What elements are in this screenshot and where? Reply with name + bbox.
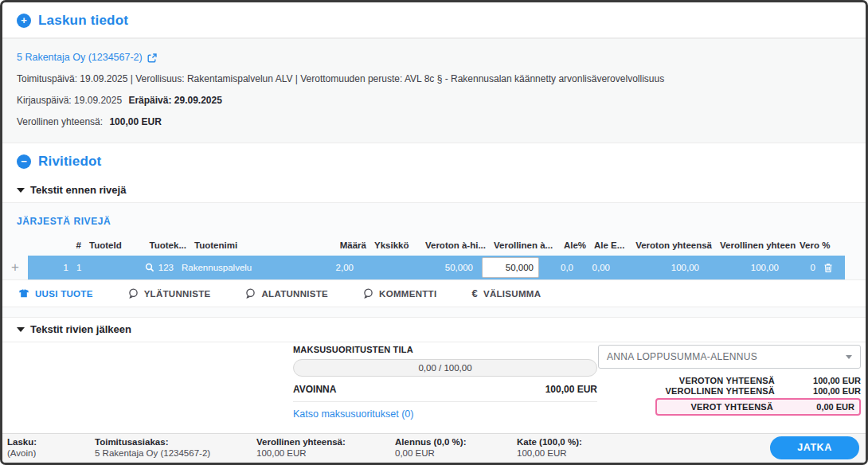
col-header-quantity: Määrä	[316, 240, 370, 250]
total-label: VEROT YHTEENSÄ	[691, 402, 773, 412]
row-quantity: 2,00	[303, 263, 358, 272]
footer-item-margin: Kate (100,0 %): 100,00 EUR	[517, 436, 636, 459]
invoice-info-panel: 5 Rakentaja Oy (1234567-2) Toimituspäivä…	[2, 38, 866, 143]
table-section-footer-strip	[2, 307, 866, 318]
footer-value: 0,00 EUR	[395, 447, 517, 459]
comment-label: KOMMENTTI	[379, 289, 436, 299]
footer-item-gross-total: Verollinen yhteensä: 100,00 EUR	[256, 436, 395, 459]
row-net-total: 100,00	[614, 263, 703, 272]
col-header-net-total: Veroton yhteensä	[627, 240, 716, 250]
col-header-unit: Yksikkö	[370, 240, 412, 250]
speech-bubble-icon	[363, 288, 373, 299]
texts-before-rows-toggle[interactable]: Tekstit ennen rivejä	[2, 178, 866, 202]
payment-progress-text: 0,00 / 100,00	[418, 363, 471, 373]
footer-label: Lasku:	[7, 436, 95, 447]
footer-value: 100,00 EUR	[517, 447, 636, 459]
final-discount-value: ANNA LOPPUSUMMA-ALENNUS	[607, 351, 757, 362]
collapse-minus-icon[interactable]	[17, 154, 31, 169]
col-header-discount-eur: Ale E...	[590, 240, 627, 250]
col-header-net-unit-price: Veroton à-hi...	[412, 240, 490, 250]
footer-item-discount: Alennus (0,0 %): 0,00 EUR	[395, 436, 517, 459]
row-gross-total: 100,00	[703, 263, 783, 272]
table-header-row: # TuoteId Tuotek... Tuotenimi Määrä Yksi…	[2, 236, 866, 256]
view-payments-link[interactable]: Katso maksusuoritukset (0)	[293, 408, 413, 420]
col-header-product-id: TuoteId	[85, 240, 122, 250]
header-text-label: YLÄTUNNISTE	[144, 289, 211, 299]
total-value: 100,00 EUR	[775, 376, 861, 385]
footer-item-customer: Toimitusasiakas: 5 Rakentaja Oy (1234567…	[95, 436, 256, 459]
euro-icon: €	[471, 287, 478, 299]
totals-panel: ANNA LOPPUSUMMA-ALENNUS VEROTON YHTEENSÄ…	[598, 345, 861, 416]
invoice-total-label: Verollinen yhteensä:	[17, 116, 103, 127]
dates-line: Kirjauspäivä: 19.09.2025 Eräpäivä: 29.09…	[17, 90, 851, 111]
invoice-total-value: 100,00 EUR	[109, 116, 161, 127]
payment-status-title: MAKSUSUORITUSTEN TILA	[293, 345, 597, 354]
subtotal-button[interactable]: € VÄLISUMMA	[471, 287, 541, 299]
total-value: 0,00 EUR	[773, 402, 854, 412]
new-product-label: UUSI TUOTE	[35, 289, 93, 299]
customer-link[interactable]: 5 Rakentaja Oy (1234567-2)	[17, 47, 157, 68]
final-discount-dropdown[interactable]: ANNA LOPPUSUMMA-ALENNUS	[598, 345, 861, 369]
total-value: 100,00 EUR	[775, 386, 861, 396]
col-header-discount-pct: Ale%	[553, 240, 590, 250]
row-discount-pct: 0,0	[541, 263, 577, 272]
payment-progress-bar: 0,00 / 100,00	[293, 359, 597, 377]
open-amount-row: AVOINNA 100,00 EUR	[293, 377, 597, 402]
delete-row-button[interactable]	[819, 263, 845, 273]
table-row[interactable]: 1 1 123 Rakennuspalvelu 2,00 50,000 0,0	[28, 256, 845, 279]
header-text-button[interactable]: YLÄTUNNISTE	[128, 288, 211, 299]
comment-button[interactable]: KOMMENTTI	[363, 288, 436, 299]
total-row-gross: VEROLLINEN YHTEENSÄ 100,00 EUR	[598, 386, 861, 396]
col-header-num: #	[41, 240, 85, 250]
footer-text-button[interactable]: ALATUNNISTE	[245, 288, 328, 299]
total-row-vat-highlighted: VEROT YHTEENSÄ 0,00 EUR	[655, 398, 861, 416]
col-header-gross-total: Verollinen yhteen...	[716, 240, 796, 250]
delivery-tax-line: Toimituspäivä: 19.09.2025 | Verollisuus:…	[17, 68, 851, 90]
footer-text-label: ALATUNNISTE	[261, 289, 328, 299]
open-amount-label: AVOINNA	[293, 384, 336, 395]
summary-area: MAKSUSUORITUSTEN TILA 0,00 / 100,00 AVOI…	[2, 342, 866, 423]
chevron-down-icon	[846, 355, 852, 359]
invoice-details-section-header[interactable]: Laskun tiedot	[2, 2, 866, 37]
total-label: VEROTON YHTEENSÄ	[679, 376, 775, 385]
row-discount-eur: 0,00	[577, 263, 614, 272]
col-header-vat-pct: Vero %	[796, 240, 832, 250]
texts-after-rows-toggle[interactable]: Tekstit rivien jälkeen	[2, 318, 866, 342]
customer-name: 5 Rakentaja Oy (1234567-2)	[17, 47, 143, 68]
order-rows-link[interactable]: JÄRJESTÄ RIVEJÄ	[17, 216, 111, 227]
row-product-id: 1	[72, 263, 109, 272]
speech-bubble-icon	[128, 288, 139, 299]
gross-unit-price-input[interactable]	[482, 257, 539, 278]
row-num: 1	[28, 263, 72, 272]
speech-bubble-icon	[245, 288, 256, 299]
invoice-editor-window: Laskun tiedot 5 Rakentaja Oy (1234567-2)…	[0, 0, 868, 465]
new-product-icon	[18, 288, 29, 299]
summary-footer-bar: Lasku: (Avoin) Toimitusasiakas: 5 Rakent…	[2, 433, 866, 463]
entry-date: Kirjauspäivä: 19.09.2025	[17, 95, 122, 106]
col-header-product-code: Tuotek...	[122, 240, 190, 250]
row-vat-pct: 0	[783, 263, 819, 272]
external-link-icon	[147, 53, 157, 63]
footer-value: 100,00 EUR	[256, 447, 395, 459]
col-header-product-name: Tuotenimi	[190, 240, 316, 250]
invoice-rows-table-section: JÄRJESTÄ RIVEJÄ # TuoteId Tuotek... Tuot…	[2, 202, 866, 318]
row-product-name: Rakennuspalvelu	[178, 263, 303, 272]
table-row-band: + 1 1 123 Rakennuspalvelu 2,00 50,000	[2, 256, 866, 279]
row-product-code: 123	[158, 263, 174, 272]
caret-down-icon	[17, 188, 25, 193]
payment-status-block: MAKSUSUORITUSTEN TILA 0,00 / 100,00 AVOI…	[293, 345, 597, 420]
total-label: VEROLLINEN YHTEENSÄ	[666, 386, 775, 396]
row-toolbar: UUSI TUOTE YLÄTUNNISTE ALATUNNISTE	[2, 279, 866, 307]
new-product-button[interactable]: UUSI TUOTE	[18, 288, 93, 299]
footer-label: Toimitusasiakas:	[95, 436, 256, 447]
row-product-code-cell[interactable]: 123	[109, 263, 178, 272]
row-details-section-header[interactable]: Rivitiedot	[2, 143, 866, 178]
trash-icon	[823, 263, 833, 273]
texts-before-rows-label: Tekstit ennen rivejä	[30, 184, 126, 196]
continue-button[interactable]: JATKA	[770, 436, 859, 459]
expand-plus-icon[interactable]	[17, 14, 31, 28]
subtotal-label: VÄLISUMMA	[483, 289, 541, 299]
search-icon[interactable]	[145, 263, 154, 272]
add-row-button[interactable]: +	[2, 256, 28, 279]
page-title: Laskun tiedot	[38, 13, 128, 29]
